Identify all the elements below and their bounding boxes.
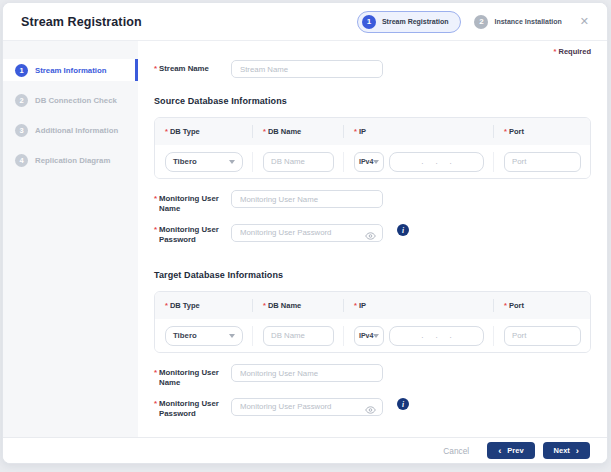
form-panel: *Required *Stream Name Source Database I… bbox=[138, 41, 607, 437]
dialog-footer: Cancel ‹ Prev Next › bbox=[3, 437, 607, 463]
target-section-title: Target Database Informations bbox=[154, 270, 591, 280]
info-icon[interactable]: i bbox=[397, 398, 409, 410]
column-header-db-name: *DB Name bbox=[252, 299, 343, 312]
source-monitoring-user-name-label: *Monitoring User Name bbox=[154, 190, 231, 214]
target-db-type-select[interactable]: Tibero bbox=[165, 326, 243, 346]
target-monitoring-user-password-label: *Monitoring User Password bbox=[154, 395, 231, 419]
target-db-table: *DB Type *DB Name *IP *Port Tibero bbox=[154, 291, 591, 353]
chevron-down-icon bbox=[373, 334, 379, 338]
target-port-input[interactable] bbox=[504, 326, 581, 346]
sidebar-item-stream-information[interactable]: 1 Stream Information bbox=[3, 59, 138, 81]
chevron-down-icon bbox=[229, 160, 235, 164]
source-port-input[interactable] bbox=[504, 152, 581, 172]
sidebar-item-replication-diagram[interactable]: 4 Replication Diagram bbox=[3, 149, 138, 171]
header-stepper: 1 Stream Registration 2 Instance Install… bbox=[357, 11, 593, 33]
source-monitoring-user-name-input[interactable] bbox=[231, 190, 383, 208]
source-monitoring-user-password-input[interactable] bbox=[231, 224, 383, 242]
column-header-ip: *IP bbox=[343, 299, 493, 312]
sidebar-item-label: Replication Diagram bbox=[35, 156, 110, 165]
target-monitoring-user-password-input[interactable] bbox=[231, 398, 383, 416]
column-header-db-type: *DB Type bbox=[155, 299, 252, 312]
source-section-title: Source Database Informations bbox=[154, 96, 591, 106]
dialog-title: Stream Registration bbox=[21, 15, 357, 29]
sidebar-item-label: Additional Information bbox=[35, 126, 118, 135]
column-header-db-type: *DB Type bbox=[155, 125, 252, 138]
sidebar-item-label: Stream Information bbox=[35, 66, 106, 75]
next-button[interactable]: Next › bbox=[543, 442, 590, 459]
table-input-row: Tibero IPv4 . . . bbox=[155, 145, 590, 178]
eye-icon[interactable] bbox=[365, 400, 376, 418]
column-header-port: *Port bbox=[493, 125, 590, 138]
info-icon[interactable]: i bbox=[397, 224, 409, 236]
header-step-label: Instance Installation bbox=[494, 18, 561, 25]
target-db-name-input[interactable] bbox=[263, 326, 334, 346]
source-db-type-select[interactable]: Tibero bbox=[165, 152, 243, 172]
column-header-ip: *IP bbox=[343, 125, 493, 138]
wizard-sidebar: 1 Stream Information 2 DB Connection Che… bbox=[3, 41, 138, 437]
sidebar-item-additional-information[interactable]: 3 Additional Information bbox=[3, 119, 138, 141]
required-asterisk: * bbox=[554, 47, 557, 56]
header-step-stream-registration[interactable]: 1 Stream Registration bbox=[357, 11, 462, 33]
column-header-port: *Port bbox=[493, 299, 590, 312]
prev-button[interactable]: ‹ Prev bbox=[487, 442, 534, 459]
sidebar-item-label: DB Connection Check bbox=[35, 96, 117, 105]
header-step-label: Stream Registration bbox=[382, 18, 449, 25]
step-number-badge: 2 bbox=[15, 94, 28, 107]
step-number-badge: 2 bbox=[474, 15, 488, 29]
source-ip-input[interactable]: . . . bbox=[389, 152, 484, 172]
dialog-header: Stream Registration 1 Stream Registratio… bbox=[3, 3, 607, 41]
chevron-right-icon: › bbox=[576, 446, 579, 456]
step-number-badge: 1 bbox=[362, 15, 376, 29]
source-ip-version-select[interactable]: IPv4 bbox=[354, 152, 384, 172]
stream-name-input[interactable] bbox=[231, 60, 383, 78]
chevron-left-icon: ‹ bbox=[498, 446, 501, 456]
header-step-instance-installation[interactable]: 2 Instance Installation bbox=[474, 15, 561, 29]
eye-icon[interactable] bbox=[365, 226, 376, 244]
table-input-row: Tibero IPv4 . . . bbox=[155, 319, 590, 352]
cancel-button[interactable]: Cancel bbox=[443, 446, 469, 456]
stream-registration-dialog: Stream Registration 1 Stream Registratio… bbox=[2, 2, 608, 464]
chevron-down-icon bbox=[373, 160, 379, 164]
column-header-db-name: *DB Name bbox=[252, 125, 343, 138]
step-number-badge: 3 bbox=[15, 124, 28, 137]
target-monitoring-user-name-input[interactable] bbox=[231, 364, 383, 382]
stream-name-label: *Stream Name bbox=[154, 60, 231, 74]
source-db-table: *DB Type *DB Name *IP *Port Tibero bbox=[154, 117, 591, 179]
step-number-badge: 4 bbox=[15, 154, 28, 167]
target-ip-version-select[interactable]: IPv4 bbox=[354, 326, 384, 346]
table-header-row: *DB Type *DB Name *IP *Port bbox=[155, 118, 590, 145]
target-ip-input[interactable]: . . . bbox=[389, 326, 484, 346]
target-monitoring-user-name-label: *Monitoring User Name bbox=[154, 364, 231, 388]
sidebar-item-db-connection-check[interactable]: 2 DB Connection Check bbox=[3, 89, 138, 111]
source-monitoring-user-password-label: *Monitoring User Password bbox=[154, 221, 231, 245]
chevron-down-icon bbox=[229, 334, 235, 338]
required-note: *Required bbox=[154, 47, 591, 57]
table-header-row: *DB Type *DB Name *IP *Port bbox=[155, 292, 590, 319]
close-icon[interactable]: ✕ bbox=[576, 13, 593, 30]
step-number-badge: 1 bbox=[15, 64, 28, 77]
source-db-name-input[interactable] bbox=[263, 152, 334, 172]
